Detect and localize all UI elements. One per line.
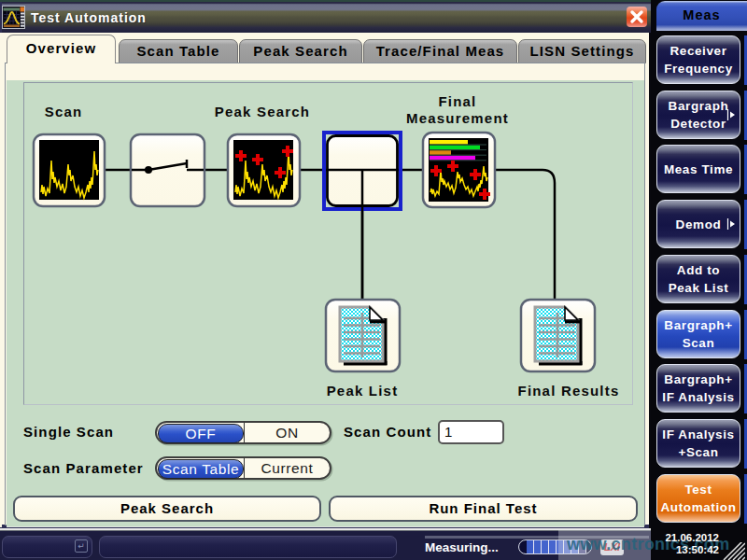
svg-text:Peak List: Peak List — [327, 383, 399, 399]
svg-text:Scan: Scan — [45, 104, 83, 119]
svg-text:Final Results: Final Results — [518, 383, 620, 399]
svg-text:Peak Search: Peak Search — [215, 104, 310, 119]
svg-text:Measurement: Measurement — [406, 110, 509, 126]
svg-text:Final: Final — [438, 93, 476, 109]
